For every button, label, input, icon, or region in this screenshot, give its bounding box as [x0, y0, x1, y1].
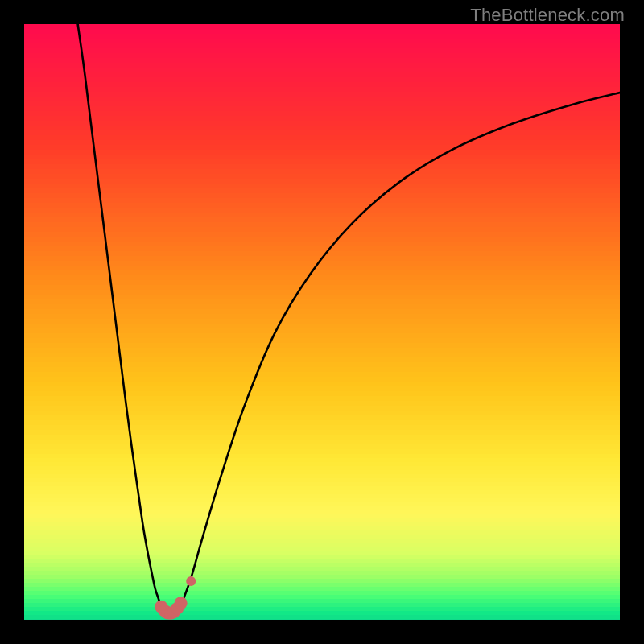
plot-area — [24, 24, 620, 620]
marker-point — [175, 597, 188, 609]
curves-layer — [24, 24, 620, 620]
watermark: TheBottleneck.com — [470, 5, 625, 26]
marker-group — [155, 576, 196, 620]
chart-frame: TheBottleneck.com — [0, 0, 644, 644]
line-left-branch — [78, 24, 162, 608]
line-right-branch — [182, 93, 620, 602]
marker-point — [186, 576, 196, 586]
watermark-text: TheBottleneck.com — [470, 5, 625, 25]
